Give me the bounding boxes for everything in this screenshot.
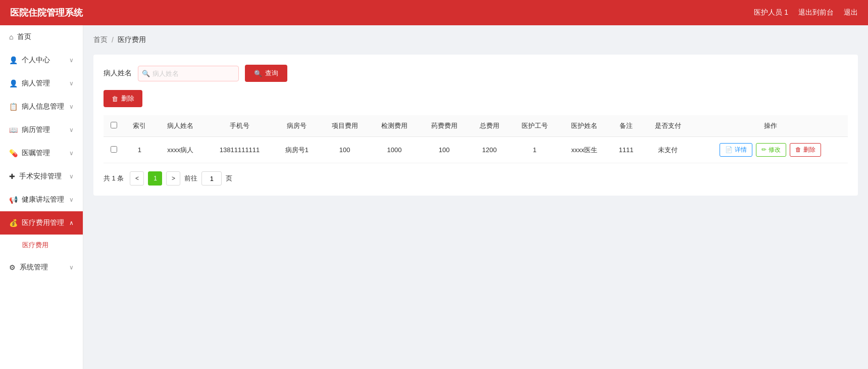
th-test-fee: 检测费用 [370, 115, 420, 137]
detail-button[interactable]: 📄 详情 [720, 143, 752, 157]
patient-info-icon: 📋 [9, 103, 18, 111]
th-project-fee: 项目费用 [320, 115, 370, 137]
sidebar-label-health-forum: 健康讲坛管理 [22, 195, 64, 204]
prev-page-btn[interactable]: < [130, 171, 144, 186]
row-test-fee: 1000 [370, 137, 420, 163]
search-btn-label: 查询 [265, 69, 278, 78]
chevron-prescription [69, 150, 74, 157]
sidebar-subitem-label-medical-fee: 医疗费用 [22, 241, 48, 249]
header-actions: 医护人员 1 退出到前台 退出 [754, 8, 858, 17]
row-patient-name: xxxx病人 [156, 137, 206, 163]
health-forum-icon: 📢 [9, 196, 18, 204]
logout-btn[interactable]: 退出 [844, 8, 858, 17]
pagination: 共 1 条 < 1 > 前往 页 [104, 171, 848, 186]
sidebar-subitem-medical-fee-list[interactable]: 医疗费用 [0, 235, 83, 256]
search-input-wrapper: 🔍 [138, 66, 239, 81]
goto-page-input[interactable] [201, 171, 222, 186]
th-patient-name: 病人姓名 [156, 115, 206, 137]
medical-fee-table-wrapper: 索引 病人姓名 手机号 病房号 项目费用 检测费用 药费费用 总费用 医护工号 … [104, 115, 848, 163]
chevron-patient [69, 80, 74, 87]
row-paid: 未支付 [643, 137, 693, 163]
sidebar-item-patient-info[interactable]: 📋 病人信息管理 [0, 95, 83, 118]
prescription-icon: 💊 [9, 149, 18, 157]
row-nurse-name: xxxx医生 [559, 137, 609, 163]
sidebar-item-surgery[interactable]: ✚ 手术安排管理 [0, 165, 83, 188]
main-card: 病人姓名 🔍 🔍 查询 🗑 删除 [93, 55, 858, 196]
sidebar-item-medical-fee[interactable]: 💰 医疗费用管理 [0, 211, 83, 235]
th-actions: 操作 [693, 115, 848, 137]
medical-fee-icon: 💰 [9, 219, 18, 227]
patient-name-input[interactable] [138, 66, 239, 81]
sidebar-item-home[interactable]: ⌂ 首页 [0, 25, 83, 49]
row-room: 病房号1 [274, 137, 320, 163]
select-all-checkbox[interactable] [111, 122, 117, 128]
row-note: 1111 [609, 137, 643, 163]
next-page-btn[interactable]: > [166, 171, 180, 186]
row-phone: 13811111111 [205, 137, 274, 163]
edit-button[interactable]: ✏ 修改 [756, 143, 786, 157]
sidebar-item-patient[interactable]: 👤 病人管理 [0, 72, 83, 95]
row-actions: 📄 详情 ✏ 修改 🗑 删除 [693, 137, 848, 163]
home-icon: ⌂ [9, 33, 13, 41]
th-paid: 是否支付 [643, 115, 693, 137]
row-nurse-id: 1 [510, 137, 560, 163]
th-index: 索引 [124, 115, 156, 137]
sidebar-label-medical-fee: 医疗费用管理 [22, 218, 64, 227]
delete-btn-icon: 🗑 [112, 95, 118, 103]
person-icon: 👤 [9, 56, 18, 64]
chevron-system [69, 264, 74, 271]
batch-delete-button[interactable]: 🗑 删除 [104, 90, 142, 107]
chevron-medical-fee [69, 219, 74, 226]
app-title: 医院住院管理系统 [10, 7, 83, 19]
chevron-personal [69, 57, 74, 64]
sidebar-label-surgery: 手术安排管理 [19, 172, 62, 181]
search-button[interactable]: 🔍 查询 [245, 65, 287, 82]
patient-icon: 👤 [9, 79, 18, 87]
row-select-checkbox[interactable] [111, 146, 117, 153]
sidebar-item-health-forum[interactable]: 📢 健康讲坛管理 [0, 188, 83, 211]
page-1-btn[interactable]: 1 [148, 171, 162, 186]
sidebar-sub-medical-fee: 医疗费用 [0, 235, 83, 256]
medical-record-icon: 📖 [9, 126, 18, 134]
th-total-fee: 总费用 [469, 115, 510, 137]
delete-btn-label: 删除 [121, 94, 134, 103]
chevron-patient-info [69, 103, 74, 110]
sidebar-item-prescription[interactable]: 💊 医嘱管理 [0, 142, 83, 165]
surgery-icon: ✚ [9, 172, 15, 180]
row-drug-fee: 100 [419, 137, 469, 163]
header: 医院住院管理系统 医护人员 1 退出到前台 退出 [0, 0, 868, 25]
th-nurse-id: 医护工号 [510, 115, 560, 137]
current-user: 医护人员 1 [754, 8, 788, 17]
row-project-fee: 100 [320, 137, 370, 163]
th-phone: 手机号 [205, 115, 274, 137]
th-drug-fee: 药费费用 [419, 115, 469, 137]
sidebar-item-system[interactable]: ⚙ 系统管理 [0, 256, 83, 279]
sidebar-label-medical-record: 病历管理 [22, 125, 50, 134]
search-label: 病人姓名 [104, 69, 132, 78]
row-checkbox [104, 137, 124, 163]
page-label: 页 [226, 174, 232, 183]
sidebar-label-system: 系统管理 [20, 263, 48, 272]
back-to-front[interactable]: 退出到前台 [798, 8, 834, 17]
goto-label: 前往 [184, 174, 197, 183]
breadcrumb-home[interactable]: 首页 [93, 35, 108, 44]
chevron-surgery [69, 173, 74, 180]
table-row: 1 xxxx病人 13811111111 病房号1 100 1000 100 1… [104, 137, 848, 163]
row-index: 1 [124, 137, 156, 163]
table-header-row: 索引 病人姓名 手机号 病房号 项目费用 检测费用 药费费用 总费用 医护工号 … [104, 115, 848, 137]
sidebar-item-medical-record[interactable]: 📖 病历管理 [0, 118, 83, 142]
sidebar-label-home: 首页 [17, 32, 31, 41]
breadcrumb-sep: / [112, 36, 114, 44]
breadcrumb: 首页 / 医疗费用 [93, 35, 858, 44]
sidebar-item-personal[interactable]: 👤 个人中心 [0, 49, 83, 72]
medical-fee-table: 索引 病人姓名 手机号 病房号 项目费用 检测费用 药费费用 总费用 医护工号 … [104, 115, 848, 163]
search-icon: 🔍 [142, 70, 150, 77]
search-btn-icon: 🔍 [254, 70, 262, 77]
main-layout: ⌂ 首页 👤 个人中心 👤 病人管理 📋 病人信息管理 [0, 25, 868, 369]
sidebar-label-patient-info: 病人信息管理 [22, 102, 64, 111]
chevron-health-forum [69, 196, 74, 203]
th-note: 备注 [609, 115, 643, 137]
delete-row-button[interactable]: 🗑 删除 [790, 143, 821, 157]
th-nurse-name: 医护姓名 [559, 115, 609, 137]
total-count: 共 1 条 [104, 174, 124, 183]
